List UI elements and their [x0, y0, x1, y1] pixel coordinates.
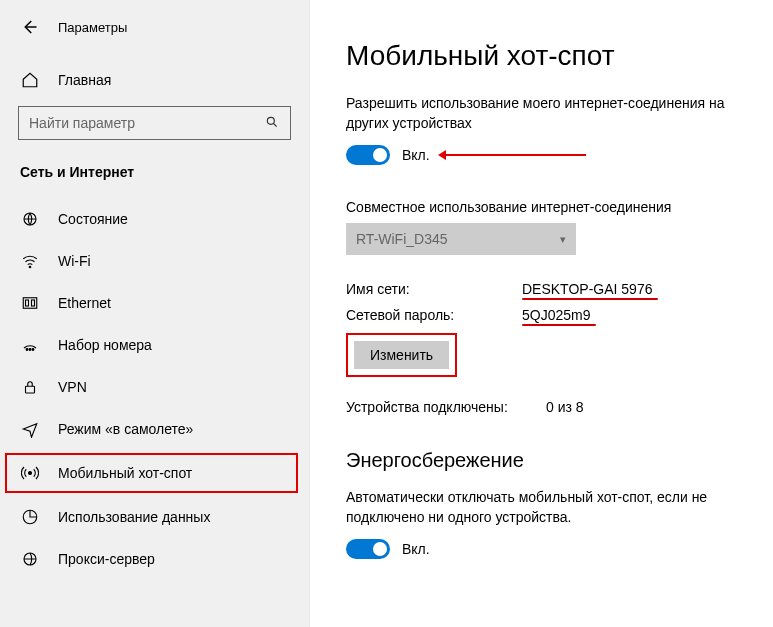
- network-password-value: 5QJ025m9: [522, 307, 590, 323]
- content: Мобильный хот-спот Разрешить использован…: [310, 0, 773, 627]
- nav-item-label: Мобильный хот-спот: [58, 465, 192, 481]
- back-icon[interactable]: [20, 18, 38, 36]
- dialup-icon: [20, 335, 40, 355]
- network-info: Имя сети: DESKTOP-GAI 5976 Сетевой парол…: [346, 281, 753, 377]
- window-title: Параметры: [58, 20, 127, 35]
- devices-value: 0 из 8: [546, 399, 584, 415]
- annotation-arrow: [446, 154, 586, 156]
- share-toggle-label: Вкл.: [402, 147, 430, 163]
- chevron-down-icon: ▾: [560, 233, 566, 246]
- hotspot-icon: [20, 463, 40, 483]
- energy-title: Энергосбережение: [346, 449, 753, 472]
- nav-item-label: Прокси-сервер: [58, 551, 155, 567]
- svg-point-0: [267, 117, 274, 124]
- search-input[interactable]: [29, 115, 264, 131]
- edit-button[interactable]: Изменить: [354, 341, 449, 369]
- wifi-icon: [20, 251, 40, 271]
- connection-dropdown-value: RT-WiFi_D345: [356, 231, 448, 247]
- nav-item-dialup[interactable]: Набор номера: [0, 324, 309, 366]
- network-name-value: DESKTOP-GAI 5976: [522, 281, 652, 297]
- status-icon: [20, 209, 40, 229]
- nav-item-datausage[interactable]: Использование данных: [0, 496, 309, 538]
- svg-rect-9: [26, 386, 35, 393]
- svg-rect-4: [26, 300, 29, 306]
- nav-item-label: Набор номера: [58, 337, 152, 353]
- network-name-key: Имя сети:: [346, 281, 522, 297]
- nav-home-label: Главная: [58, 72, 111, 88]
- nav-item-airplane[interactable]: Режим «в самолете»: [0, 408, 309, 450]
- page-title: Мобильный хот-спот: [346, 40, 753, 72]
- svg-point-6: [26, 349, 28, 351]
- nav-item-label: Ethernet: [58, 295, 111, 311]
- energy-toggle-row: Вкл.: [346, 539, 753, 559]
- search-icon: [264, 115, 280, 132]
- search-box[interactable]: [18, 106, 291, 140]
- nav-item-label: Использование данных: [58, 509, 210, 525]
- share-connection-section: Совместное использование интернет-соедин…: [346, 199, 753, 255]
- nav-item-wifi[interactable]: Wi-Fi: [0, 240, 309, 282]
- vpn-icon: [20, 377, 40, 397]
- svg-point-10: [29, 472, 32, 475]
- share-connection-label: Совместное использование интернет-соедин…: [346, 199, 753, 215]
- nav-list: Состояние Wi-Fi Ethernet Набор номера VP…: [0, 198, 309, 580]
- ethernet-icon: [20, 293, 40, 313]
- header-row: Параметры: [0, 18, 309, 62]
- sidebar: Параметры Главная Сеть и Интернет Состоя…: [0, 0, 310, 627]
- svg-point-2: [29, 266, 31, 268]
- airplane-icon: [20, 419, 40, 439]
- network-name-row: Имя сети: DESKTOP-GAI 5976: [346, 281, 753, 297]
- network-password-row: Сетевой пароль: 5QJ025m9: [346, 307, 753, 323]
- nav-item-label: Wi-Fi: [58, 253, 91, 269]
- energy-toggle-label: Вкл.: [402, 541, 430, 557]
- edit-button-annotation: Изменить: [346, 333, 457, 377]
- nav-home[interactable]: Главная: [0, 62, 309, 106]
- nav-item-proxy[interactable]: Прокси-сервер: [0, 538, 309, 580]
- share-description: Разрешить использование моего интернет-с…: [346, 94, 753, 133]
- nav-item-hotspot[interactable]: Мобильный хот-спот: [4, 452, 299, 494]
- svg-rect-5: [32, 300, 35, 306]
- home-icon: [20, 70, 40, 90]
- nav-item-status[interactable]: Состояние: [0, 198, 309, 240]
- share-toggle[interactable]: [346, 145, 390, 165]
- connection-dropdown[interactable]: RT-WiFi_D345 ▾: [346, 223, 576, 255]
- data-usage-icon: [20, 507, 40, 527]
- nav-item-ethernet[interactable]: Ethernet: [0, 282, 309, 324]
- nav-item-vpn[interactable]: VPN: [0, 366, 309, 408]
- nav-item-label: VPN: [58, 379, 87, 395]
- nav-item-label: Состояние: [58, 211, 128, 227]
- devices-row: Устройства подключены: 0 из 8: [346, 399, 753, 415]
- nav-item-label: Режим «в самолете»: [58, 421, 193, 437]
- svg-point-8: [32, 349, 34, 351]
- network-password-key: Сетевой пароль:: [346, 307, 522, 323]
- energy-description: Автоматически отключать мобильный хот-сп…: [346, 488, 753, 527]
- devices-key: Устройства подключены:: [346, 399, 546, 415]
- share-toggle-row: Вкл.: [346, 145, 753, 165]
- svg-point-7: [29, 349, 31, 351]
- section-label: Сеть и Интернет: [0, 164, 309, 198]
- energy-toggle[interactable]: [346, 539, 390, 559]
- proxy-icon: [20, 549, 40, 569]
